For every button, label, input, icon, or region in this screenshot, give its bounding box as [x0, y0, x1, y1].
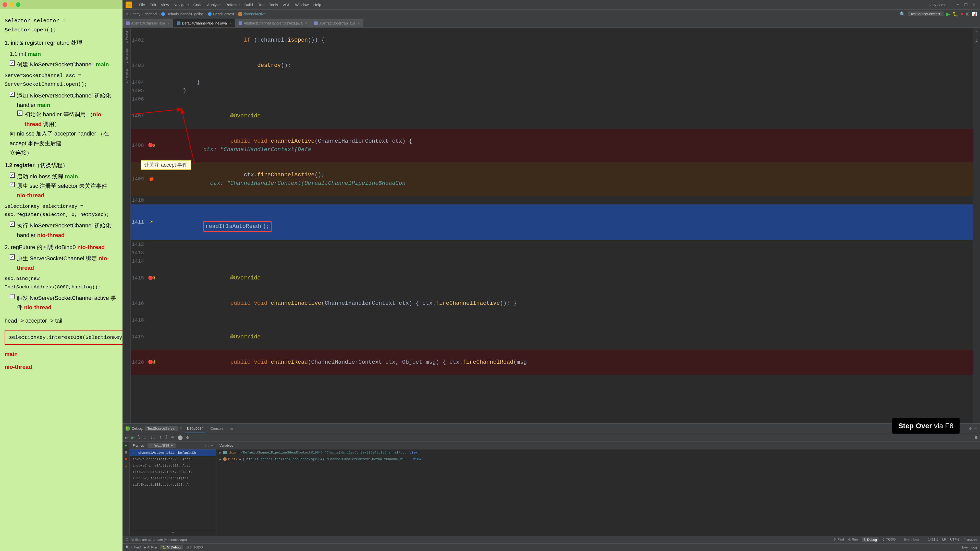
debug-settings-btn[interactable]: ⚙: [969, 426, 972, 431]
bc-channelactive[interactable]: channelActive: [243, 12, 266, 16]
debug-minimize-btn[interactable]: −: [974, 426, 977, 431]
menu-refactor[interactable]: Refactor: [225, 3, 240, 7]
breadcrumb-search-icon[interactable]: 🔍: [900, 11, 905, 17]
tab-console[interactable]: Console: [208, 424, 226, 433]
close-icon[interactable]: [3, 2, 7, 7]
structure-sidebar-btn[interactable]: 2: Structure: [125, 47, 128, 65]
project-sidebar-btn[interactable]: 1: Project: [125, 30, 128, 45]
resume-btn[interactable]: ▶: [131, 435, 134, 440]
var-item-this[interactable]: ▶ this = {DefaultChannelPipeline$HeadCon…: [216, 449, 980, 456]
code-line-1406: 1406: [130, 95, 973, 104]
frames-up-btn[interactable]: ↑: [205, 444, 207, 447]
debug-thread-icon[interactable]: ⚡: [125, 464, 127, 468]
frame-item-2[interactable]: invokeChannelActive:211, Abst: [130, 462, 216, 469]
debug-pause-icon[interactable]: ⏸: [124, 451, 128, 454]
code-editor[interactable]: 1402 if (!channel.isOpen()) { 1403: [130, 27, 973, 424]
mute-breakpoints-btn[interactable]: ⊘: [186, 435, 189, 440]
menu-build[interactable]: Build: [244, 3, 253, 7]
var-equals-ctx: =: [239, 457, 241, 461]
menu-code[interactable]: Code: [193, 3, 202, 7]
event-log-btn[interactable]: Event Log: [904, 537, 919, 542]
tab-close-abstract2[interactable]: ×: [305, 21, 307, 25]
debug-play-icon[interactable]: ▶: [125, 443, 127, 448]
maximize-icon[interactable]: [16, 2, 21, 7]
win-restore-btn[interactable]: □: [963, 2, 969, 8]
bottom-debug-tab[interactable]: 🐛 5: Debug: [160, 545, 183, 549]
debug-btn[interactable]: 5: Debug: [862, 537, 878, 542]
frames-down-btn[interactable]: ↓: [208, 444, 210, 447]
tab-debugger[interactable]: Debugger: [185, 424, 205, 433]
right-sidebar-btn-1[interactable]: ≡: [975, 30, 978, 35]
line-num-1416: 1416: [132, 299, 147, 307]
menu-navigate[interactable]: Navigate: [173, 3, 189, 7]
tab-close-abstractchannel[interactable]: ×: [168, 21, 169, 25]
favorites-sidebar-btn[interactable]: 2: Favorites: [125, 67, 128, 85]
line-content-1419: @Override: [156, 324, 973, 350]
var-expand-arrow-this[interactable]: ▶: [220, 451, 221, 455]
step-over-toolbar-btn[interactable]: ⤵: [138, 435, 140, 440]
menu-view[interactable]: View: [161, 3, 169, 7]
close-session-icon[interactable]: ×: [180, 427, 182, 430]
force-step-into-btn[interactable]: ↓↓: [150, 435, 156, 440]
menu-analyze[interactable]: Analyze: [207, 3, 221, 7]
list-icon[interactable]: ☰: [230, 426, 234, 430]
frame-item-3[interactable]: fireChannelActive:906, Default: [130, 469, 216, 475]
debug-run-button[interactable]: 🐛: [953, 11, 958, 17]
breakpoints-btn[interactable]: ⬤: [178, 435, 183, 440]
find-btn[interactable]: 3: Find: [834, 537, 844, 542]
line-content-1415: @Override: [156, 266, 973, 291]
bottom-find-tab[interactable]: 🔍 3: Find: [126, 545, 141, 549]
menu-help[interactable]: Help: [313, 3, 321, 7]
debug-stop-icon[interactable]: ■: [125, 457, 127, 462]
bottom-eventlog-tab[interactable]: Event Log: [962, 545, 977, 549]
menu-edit[interactable]: Edit: [150, 3, 156, 7]
evaluate-btn[interactable]: ⌨: [171, 435, 174, 440]
run-btn[interactable]: 4: Run: [848, 537, 858, 542]
profiler-button[interactable]: 📊: [972, 11, 977, 16]
bc-io[interactable]: io: [126, 12, 128, 16]
bc-headcontext[interactable]: HeadContext: [213, 12, 234, 16]
tab-abstractbootstrap[interactable]: AbstractBootstrap.java ×: [310, 19, 363, 27]
menu-vcs[interactable]: VCS: [283, 3, 290, 7]
menu-window[interactable]: Window: [295, 3, 309, 7]
stop-button[interactable]: ■: [961, 11, 963, 17]
bottom-todo-tab[interactable]: ☑ 6: TODO: [186, 545, 203, 549]
cb-trigger-active: 触发 NioServerSocketChannel active 事件 nio-…: [10, 293, 118, 312]
tab-abstractchannelhandlercontext[interactable]: AbstractChannelHandlerContext.java ×: [235, 19, 310, 27]
todo-btn[interactable]: 6: TODO: [883, 537, 896, 542]
bc-channel[interactable]: channel: [145, 12, 157, 16]
frame-item-1[interactable]: invokeChannelActive:225, Abst: [130, 456, 216, 462]
menu-tools[interactable]: Tools: [269, 3, 278, 7]
bottom-run-tab[interactable]: ▶ 4: Run: [144, 545, 157, 549]
step-into-btn[interactable]: ↓: [144, 435, 146, 440]
run-button[interactable]: ▶: [946, 11, 950, 17]
minimize-icon[interactable]: [9, 2, 14, 7]
menu-file[interactable]: File: [139, 3, 145, 7]
win-minimize-btn[interactable]: −: [955, 2, 961, 8]
frame-item-5[interactable]: safeExecute$$$capture:163, A: [130, 482, 216, 488]
bc-pipeline[interactable]: DefaultChannelPipeline: [166, 12, 204, 16]
frame-item-0[interactable]: ✓ channelActive:1411, DefaultCh: [130, 449, 216, 456]
frames-add-btn[interactable]: +: [211, 444, 213, 447]
rerun-btn[interactable]: ↺: [125, 435, 128, 440]
bc-netty[interactable]: netty: [133, 12, 140, 16]
var-item-ctx[interactable]: ▶ P ctx = {DefaultChannelPipeline$HeadCo…: [216, 456, 980, 463]
thread-dropdown[interactable]: ✓ *nio...NING ▼: [148, 443, 176, 448]
debug-layout-btn[interactable]: ⊞: [975, 435, 977, 440]
tab-defaultchannelpipeline[interactable]: DefaultChannelPipeline.java ×: [173, 19, 235, 27]
tab-close-defaultchannelpipeline[interactable]: ×: [229, 21, 231, 25]
var-view-link-ctx[interactable]: View: [413, 457, 421, 461]
run-to-cursor-btn[interactable]: ⤴: [165, 435, 168, 440]
menu-run[interactable]: Run: [258, 3, 265, 7]
right-sidebar-btn-2[interactable]: A: [975, 39, 978, 44]
frame-item-4[interactable]: run:562, AbstractChannel$Abs: [130, 475, 216, 482]
tab-abstractchannel[interactable]: AbstractChannel.java ×: [123, 19, 173, 27]
more-run-options[interactable]: ⊞: [966, 11, 969, 16]
step-out-btn[interactable]: ↑: [159, 435, 162, 440]
tab-close-abstract3[interactable]: ×: [358, 21, 360, 25]
code-line-1412: 1412: [130, 240, 973, 248]
var-expand-arrow-ctx[interactable]: ▶: [220, 457, 221, 462]
var-view-link-this[interactable]: View: [409, 451, 417, 454]
win-close-btn[interactable]: ×: [971, 2, 977, 8]
run-config-selector[interactable]: TestSourceServer ▼: [908, 11, 943, 16]
